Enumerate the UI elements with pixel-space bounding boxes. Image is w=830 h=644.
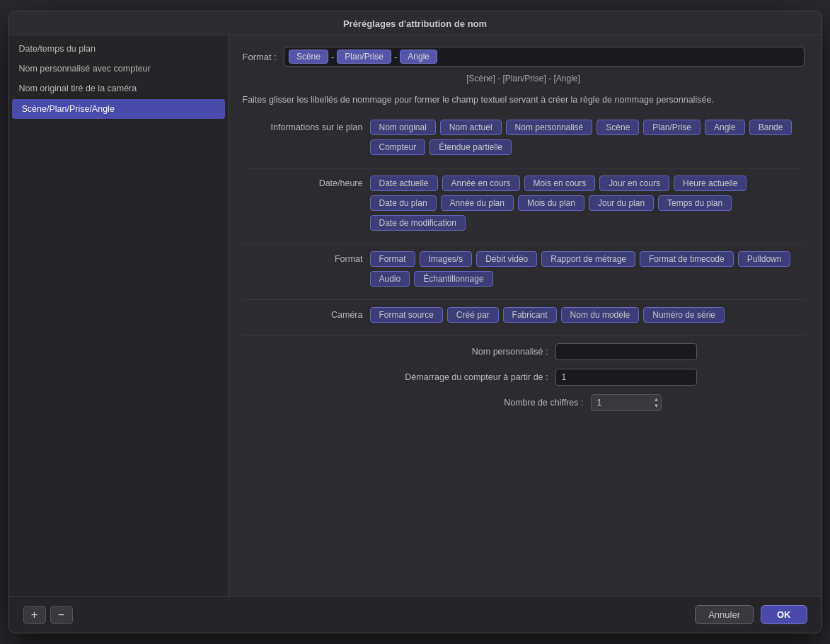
- tag-debit-video[interactable]: Débit vidéo: [476, 251, 537, 267]
- tag-jour-en-cours[interactable]: Jour en cours: [599, 176, 669, 191]
- tag-pulldown[interactable]: Pulldown: [738, 251, 791, 267]
- tag-angle[interactable]: Angle: [705, 120, 745, 135]
- footer-right: Annuler OK: [695, 605, 807, 624]
- tag-etendue-partielle[interactable]: Étendue partielle: [430, 139, 512, 155]
- section-label-date-heure: Date/heure: [243, 176, 363, 188]
- instruction-text: Faites glisser les libellés de nommage p…: [243, 93, 805, 107]
- format-tag-scene[interactable]: Scène: [289, 50, 328, 64]
- tag-heure-actuelle[interactable]: Heure actuelle: [674, 176, 747, 191]
- remove-button[interactable]: −: [50, 606, 73, 624]
- format-dash-2: -: [394, 52, 397, 62]
- tag-scene[interactable]: Scène: [596, 120, 639, 135]
- sidebar-item-nom-personnalise[interactable]: Nom personnalisé avec compteur: [9, 59, 228, 79]
- main-content: Date/temps du plan Nom personnalisé avec…: [9, 35, 822, 596]
- nom-personnalise-row: Nom personnalisé :: [243, 343, 805, 360]
- section-label-infos-plan: Informations sur le plan: [243, 120, 363, 132]
- tag-planprise[interactable]: Plan/Prise: [643, 120, 701, 135]
- tag-fabricant[interactable]: Fabricant: [503, 307, 557, 323]
- divider-3: [243, 299, 805, 300]
- tag-format[interactable]: Format: [370, 251, 415, 267]
- tag-temps-du-plan[interactable]: Temps du plan: [658, 195, 732, 211]
- tags-format: Format Images/s Débit vidéo Rapport de m…: [370, 251, 805, 287]
- section-infos-plan: Informations sur le plan Nom original No…: [243, 120, 805, 155]
- nombre-chiffres-row: Nombre de chiffres : 1 2 3 4 5 ▲ ▼: [243, 394, 805, 411]
- divider-1: [243, 168, 805, 168]
- sidebar: Date/temps du plan Nom personnalisé avec…: [9, 35, 229, 596]
- section-label-camera: Caméra: [243, 307, 363, 320]
- tag-numero-serie[interactable]: Numéro de série: [643, 307, 725, 323]
- footer: + − Annuler OK: [9, 596, 822, 633]
- tag-cree-par[interactable]: Créé par: [447, 307, 499, 323]
- tag-echantillonnage[interactable]: Échantillonnage: [414, 271, 492, 287]
- tag-rapport-metrage[interactable]: Rapport de métrage: [541, 251, 635, 267]
- sidebar-item-scene-plan[interactable]: Scène/Plan/Prise/Angle: [12, 99, 225, 119]
- tags-camera: Format source Créé par Fabricant Nom du …: [370, 307, 805, 323]
- right-panel: Format : Scène - Plan/Prise - Angle [Scè…: [229, 35, 822, 596]
- tag-mois-du-plan[interactable]: Mois du plan: [518, 195, 584, 211]
- nombre-chiffres-select[interactable]: 1 2 3 4 5: [591, 394, 662, 411]
- format-preview: [Scène] - [Plan/Prise] - [Angle]: [243, 74, 805, 84]
- section-label-format: Format: [243, 251, 363, 264]
- tag-date-actuelle[interactable]: Date actuelle: [370, 176, 438, 191]
- tag-date-du-plan[interactable]: Date du plan: [370, 195, 437, 211]
- tag-jour-du-plan[interactable]: Jour du plan: [589, 195, 654, 211]
- format-bar: Scène - Plan/Prise - Angle: [284, 47, 805, 67]
- tag-format-timecode[interactable]: Format de timecode: [640, 251, 734, 267]
- section-date-heure: Date/heure Date actuelle Année en cours …: [243, 176, 805, 231]
- tags-date-heure: Date actuelle Année en cours Mois en cou…: [370, 176, 805, 231]
- dialog: Préréglages d'attribution de nom Date/te…: [8, 11, 822, 633]
- tag-format-source[interactable]: Format source: [370, 307, 443, 323]
- nombre-chiffres-spinner[interactable]: 1 2 3 4 5 ▲ ▼: [591, 394, 662, 411]
- format-tag-angle[interactable]: Angle: [400, 50, 437, 64]
- tag-date-modification[interactable]: Date de modification: [370, 215, 466, 231]
- format-label: Format :: [243, 52, 277, 62]
- cancel-button[interactable]: Annuler: [695, 605, 754, 624]
- divider-4: [243, 335, 805, 336]
- footer-left: + −: [23, 606, 73, 624]
- tag-annee-en-cours[interactable]: Année en cours: [442, 176, 520, 191]
- demarrage-input[interactable]: [555, 369, 697, 386]
- sidebar-item-date-temps[interactable]: Date/temps du plan: [9, 39, 228, 59]
- tag-images-s[interactable]: Images/s: [420, 251, 473, 267]
- dialog-title: Préréglages d'attribution de nom: [9, 11, 822, 35]
- tag-audio[interactable]: Audio: [370, 271, 410, 287]
- nom-personnalise-label: Nom personnalisé :: [350, 347, 548, 357]
- tag-nom-personnalise[interactable]: Nom personnalisé: [506, 120, 593, 135]
- section-format: Format Format Images/s Débit vidéo Rappo…: [243, 251, 805, 287]
- demarrage-row: Démarrage du compteur à partir de :: [243, 369, 805, 386]
- tag-bande[interactable]: Bande: [749, 120, 792, 135]
- sidebar-item-nom-original[interactable]: Nom original tiré de la caméra: [9, 79, 228, 98]
- tag-compteur[interactable]: Compteur: [370, 139, 426, 155]
- tags-infos-plan: Nom original Nom actuel Nom personnalisé…: [370, 120, 805, 155]
- ok-button[interactable]: OK: [761, 605, 807, 624]
- format-row: Format : Scène - Plan/Prise - Angle: [243, 47, 805, 67]
- tag-nom-original[interactable]: Nom original: [370, 120, 436, 135]
- demarrage-label: Démarrage du compteur à partir de :: [350, 372, 548, 382]
- tag-annee-du-plan[interactable]: Année du plan: [441, 195, 514, 211]
- add-button[interactable]: +: [23, 606, 46, 624]
- divider-2: [243, 243, 805, 244]
- format-tag-planprise[interactable]: Plan/Prise: [337, 50, 391, 64]
- tag-nom-modele[interactable]: Nom du modèle: [561, 307, 640, 323]
- nom-personnalise-input[interactable]: [555, 343, 697, 360]
- format-dash-1: -: [331, 52, 334, 62]
- nombre-chiffres-label: Nombre de chiffres :: [386, 398, 584, 408]
- tag-mois-en-cours[interactable]: Mois en cours: [524, 176, 596, 191]
- section-camera: Caméra Format source Créé par Fabricant …: [243, 307, 805, 323]
- tag-nom-actuel[interactable]: Nom actuel: [440, 120, 502, 135]
